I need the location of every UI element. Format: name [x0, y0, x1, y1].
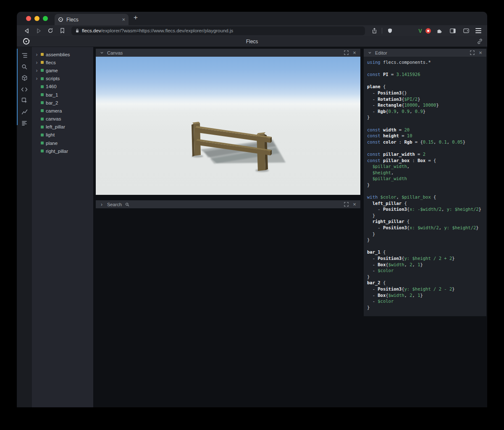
code-line[interactable]: using flecs.components.*: [367, 59, 483, 66]
expand-icon[interactable]: [343, 202, 349, 207]
minimize-window-button[interactable]: [34, 16, 39, 21]
forward-button[interactable]: [34, 26, 44, 35]
tree-item-flecs[interactable]: ›flecs: [35, 58, 93, 66]
tree-expand-chevron-icon[interactable]: ›: [35, 76, 39, 81]
tree-item-plane[interactable]: plane: [35, 139, 93, 147]
code-line[interactable]: right_pillar {: [367, 218, 483, 225]
entities-icon[interactable]: [19, 73, 29, 83]
code-line[interactable]: left_pillar {: [367, 200, 483, 207]
link-icon[interactable]: [477, 38, 483, 45]
code-line[interactable]: const pillar_box : Box = {: [367, 157, 483, 164]
tree-item-scripts[interactable]: ›scripts: [35, 75, 93, 83]
code-icon[interactable]: [19, 84, 29, 94]
extension-record-button[interactable]: [425, 28, 431, 34]
app-header: Flecs: [17, 36, 487, 47]
chevron-down-icon[interactable]: [367, 51, 373, 55]
reload-button[interactable]: [45, 26, 55, 35]
canvas-3d-viewport[interactable]: [96, 57, 360, 195]
share-button[interactable]: [369, 26, 379, 35]
bookmarks-button[interactable]: [57, 26, 67, 35]
code-line[interactable]: }: [367, 237, 483, 243]
code-line[interactable]: }: [367, 114, 483, 121]
code-line[interactable]: with $color, $pillar_box {: [367, 194, 483, 200]
stats-icon[interactable]: [19, 118, 29, 128]
code-line[interactable]: - Position3{x: -$width/2, y: $height/2}: [367, 206, 483, 212]
code-line[interactable]: [367, 121, 483, 127]
browser-tab[interactable]: Flecs ×: [55, 14, 129, 25]
sidebar-toggle-button[interactable]: [448, 26, 458, 35]
code-line[interactable]: [367, 145, 483, 151]
code-line[interactable]: - Rectangle{10000, 10000}: [367, 102, 483, 108]
shield-button[interactable]: [385, 26, 395, 35]
tree-item-game[interactable]: ›game: [35, 66, 93, 74]
code-line[interactable]: $pillar_width,: [367, 163, 483, 170]
chart-icon[interactable]: [19, 107, 29, 117]
code-line[interactable]: - Rgb{0.9, 0.9, 0.9}: [367, 108, 483, 115]
chevron-down-icon[interactable]: [99, 51, 105, 55]
code-line[interactable]: const pillar_width = 2: [367, 151, 483, 157]
tree-item-camera[interactable]: camera: [35, 107, 93, 115]
tree-expand-chevron-icon[interactable]: ›: [35, 68, 39, 73]
code-line[interactable]: }: [367, 182, 483, 188]
code-line[interactable]: - $color: [367, 267, 483, 274]
inspector-icon[interactable]: [19, 96, 29, 105]
editor-code[interactable]: using flecs.components.* const PI = 3.14…: [364, 57, 486, 316]
tree-item-assemblies[interactable]: ›assemblies: [35, 50, 93, 58]
tree-expand-chevron-icon[interactable]: ›: [35, 52, 39, 57]
tree-expand-chevron-icon[interactable]: ›: [35, 60, 39, 65]
tree-item-canvas[interactable]: canvas: [35, 115, 93, 123]
code-line[interactable]: - Position3{x: $width/2, y: $height/2}: [367, 225, 483, 231]
code-line[interactable]: const color : Rgb = {0.15, 0.1, 0.05}: [367, 139, 483, 145]
code-line[interactable]: const width = 20: [367, 127, 483, 133]
flecs-logo-icon[interactable]: [22, 37, 30, 45]
code-line[interactable]: bar_1 {: [367, 249, 483, 255]
close-tab-icon[interactable]: ×: [122, 16, 125, 23]
close-icon[interactable]: ×: [352, 202, 357, 207]
tree-item-1460[interactable]: 1460: [35, 83, 93, 91]
expand-icon[interactable]: [343, 50, 349, 55]
code-line[interactable]: }: [367, 231, 483, 237]
close-window-button[interactable]: [26, 16, 31, 21]
code-line[interactable]: }: [367, 274, 483, 280]
code-line[interactable]: - Rotation3{$PI/2}: [367, 96, 483, 102]
entity-color-square: [41, 142, 44, 144]
tree-item-left_pillar[interactable]: left_pillar: [35, 123, 93, 131]
address-bar[interactable]: flecs.dev/explorer/?wasm=https://www.fle…: [71, 26, 365, 35]
code-line[interactable]: [367, 188, 483, 194]
code-line[interactable]: - Position3{y: $height / 2 + 2}: [367, 255, 483, 262]
close-icon[interactable]: ×: [352, 50, 357, 55]
menu-button[interactable]: [475, 28, 482, 33]
chevron-right-icon[interactable]: ›: [99, 202, 105, 207]
expand-icon[interactable]: [469, 50, 475, 55]
search-icon[interactable]: [19, 62, 29, 71]
code-line[interactable]: - Box{$width, 2, 1}: [367, 262, 483, 268]
code-line[interactable]: }: [367, 304, 483, 311]
code-line[interactable]: const height = 10: [367, 133, 483, 139]
puzzle-icon[interactable]: [434, 26, 444, 35]
code-line[interactable]: [367, 78, 483, 84]
tab-strip: Flecs × +: [17, 12, 487, 25]
tree-item-right_pillar[interactable]: right_pillar: [35, 147, 93, 155]
code-line[interactable]: [367, 66, 483, 72]
tree-item-light[interactable]: light: [35, 131, 93, 139]
wallet-icon[interactable]: [461, 26, 471, 35]
code-line[interactable]: - Position3{y: $height / 2 - 2}: [367, 286, 483, 292]
extension-v-button[interactable]: V: [418, 28, 422, 34]
code-line[interactable]: - Box{$width, 2, 1}: [367, 292, 483, 299]
tree-item-bar_1[interactable]: bar_1: [35, 91, 93, 99]
code-line[interactable]: plane {: [367, 84, 483, 90]
new-tab-button[interactable]: +: [129, 13, 143, 24]
zoom-window-button[interactable]: [43, 16, 48, 21]
code-line[interactable]: - Position3{}: [367, 90, 483, 96]
code-line[interactable]: $pillar_width: [367, 176, 483, 182]
close-icon[interactable]: ×: [478, 50, 483, 55]
code-line[interactable]: bar_2 {: [367, 280, 483, 286]
code-line[interactable]: const PI = 3.1415926: [367, 71, 483, 78]
back-button[interactable]: [22, 26, 32, 35]
code-line[interactable]: [367, 243, 483, 249]
code-line[interactable]: $height,: [367, 170, 483, 176]
code-line[interactable]: }: [367, 212, 483, 219]
outliner-icon[interactable]: [19, 50, 29, 60]
tree-item-bar_2[interactable]: bar_2: [35, 99, 93, 107]
code-line[interactable]: - $color: [367, 298, 483, 304]
